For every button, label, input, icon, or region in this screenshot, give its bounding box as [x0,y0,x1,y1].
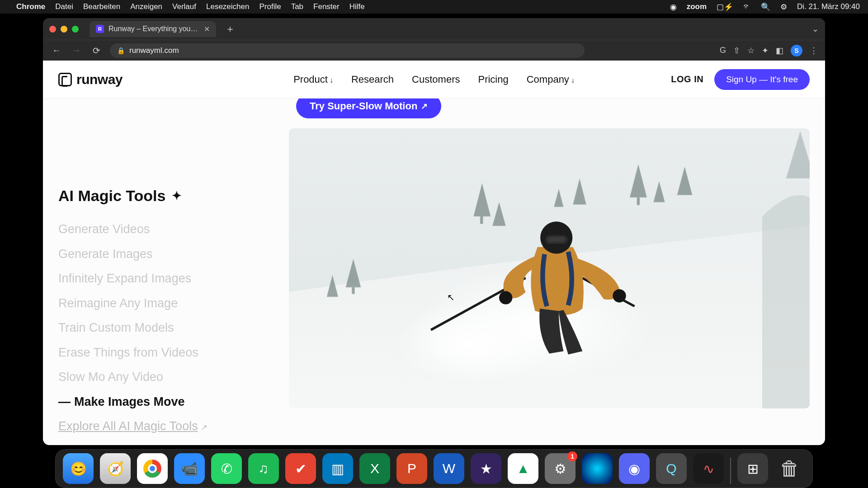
minimize-window-button[interactable] [61,26,67,33]
arrow-up-right-icon: ↗ [201,422,208,434]
dock-app-excel[interactable]: X [359,453,390,484]
tab-favicon: R [96,25,104,33]
explore-all-tools-link[interactable]: Explore All AI Magic Tools↗ [58,417,271,436]
svg-rect-2 [480,216,483,224]
site-header: runway Product↓ Research Customers Prici… [43,61,825,99]
menu-lesezeichen[interactable]: Lesezeichen [206,2,249,11]
share-icon[interactable]: ⇧ [733,46,740,56]
svg-point-5 [393,301,544,387]
zoom-menubar[interactable]: zoom [687,2,707,11]
dock-app-todoist[interactable]: ✔ [285,453,316,484]
fullscreen-window-button[interactable] [72,26,79,33]
address-bar[interactable]: 🔒 runwayml.com [110,43,585,58]
chrome-menu-icon[interactable]: ⋮ [810,46,818,56]
extensions-icon[interactable]: ✦ [762,46,769,56]
dock-app-imovie[interactable]: ★ [471,453,501,484]
battery-icon[interactable]: ▢⚡ [717,2,733,12]
sidepanel-icon[interactable]: ◧ [776,46,783,56]
menubar-clock[interactable]: Di. 21. März 09:40 [797,2,860,11]
tool-train-models[interactable]: Train Custom Models [58,319,271,337]
magic-wand-icon: ✦ [172,189,182,203]
dock-app-quicktime[interactable]: Q [656,453,687,484]
tool-slow-mo[interactable]: Slow Mo Any Video [58,368,271,386]
bookmark-star-icon[interactable]: ☆ [747,46,755,56]
wifi-icon[interactable]: ᯤ [743,2,751,11]
nav-pricing[interactable]: Pricing [478,74,508,85]
chrome-tabstrip: R Runway – Everything you need ✕ ＋ ⌄ [43,18,825,40]
dock-app-trello[interactable]: ▥ [322,453,353,484]
menu-verlauf[interactable]: Verlauf [172,2,196,11]
hero-media: ↖ [289,128,810,436]
sidebar-heading: AI Magic Tools ✦ [58,187,271,205]
nav-customers[interactable]: Customers [412,74,460,85]
dock: 😊 🧭 📹 ✆ ♫ ✔ ▥ X P W ★ ▲ ⚙1 ◉ Q ∿ ⊞ 🗑 [0,448,868,488]
page-content: runway Product↓ Research Customers Prici… [43,61,825,445]
menu-hilfe[interactable]: Hilfe [349,2,365,11]
tool-generate-images[interactable]: Generate Images [58,245,271,263]
profile-avatar[interactable]: S [791,45,802,56]
svg-rect-12 [548,237,565,242]
menu-fenster[interactable]: Fenster [313,2,340,11]
dock-app-powerpoint[interactable]: P [396,453,427,484]
back-button[interactable]: ← [50,45,63,56]
control-center-icon[interactable]: ⚙ [780,2,787,12]
menubar-app-name[interactable]: Chrome [16,2,45,11]
primary-nav: Product↓ Research Customers Pricing Comp… [293,74,575,85]
dock-app-chrome[interactable] [137,453,168,484]
dock-app-safari[interactable]: 🧭 [100,453,131,484]
svg-point-9 [613,289,626,302]
try-pill-label: Try Super-Slow Motion [310,100,417,112]
dock-app-zoom[interactable]: 📹 [174,453,205,484]
dock-trash[interactable]: 🗑 [774,453,805,484]
svg-rect-1 [352,287,354,294]
spotlight-icon[interactable]: 🔍 [761,2,770,12]
browser-tab[interactable]: R Runway – Everything you need ✕ [90,21,216,37]
forward-button[interactable]: → [70,45,83,56]
dock-app-discord[interactable]: ◉ [619,453,650,484]
tab-close-icon[interactable]: ✕ [204,25,210,33]
nav-research[interactable]: Research [351,74,394,85]
dock-app-whatsapp[interactable]: ✆ [211,453,242,484]
window-controls [49,26,79,33]
nav-company[interactable]: Company↓ [527,74,575,85]
dock-app-finder[interactable]: 😊 [63,453,94,484]
lock-icon: 🔒 [117,47,125,54]
menu-profile[interactable]: Profile [259,2,281,11]
chrome-window: R Runway – Everything you need ✕ ＋ ⌄ ← →… [43,18,825,445]
dock-app-word[interactable]: W [434,453,464,484]
reload-button[interactable]: ⟳ [90,45,103,56]
svg-point-8 [499,291,512,304]
tool-erase-from-videos[interactable]: Erase Things from Videos [58,343,271,362]
logo-mark-icon [58,73,72,86]
settings-badge: 1 [567,451,577,461]
dock-app-spotify[interactable]: ♫ [248,453,279,484]
dock-app-siri[interactable] [582,453,613,484]
tool-generate-videos[interactable]: Generate Videos [58,220,271,239]
tool-expand-images[interactable]: Infinitely Expand Images [58,269,271,288]
menu-bearbeiten[interactable]: Bearbeiten [83,2,120,11]
site-logo[interactable]: runway [58,72,123,87]
chevron-down-icon: ↓ [571,76,575,84]
record-icon[interactable]: ◉ [670,2,677,12]
close-window-button[interactable] [49,26,56,33]
dock-app-voicememos[interactable]: ∿ [693,453,724,484]
tab-overflow-icon[interactable]: ⌄ [812,24,819,34]
signup-button[interactable]: Sign Up — It's free [714,69,810,90]
dock-app-drive[interactable]: ▲ [508,453,538,484]
menu-datei[interactable]: Datei [55,2,73,11]
menu-anzeigen[interactable]: Anzeigen [130,2,162,11]
login-link[interactable]: LOG IN [671,74,703,84]
dock-app-settings[interactable]: ⚙1 [545,453,576,484]
tools-sidebar: AI Magic Tools ✦ Generate Videos Generat… [58,128,271,436]
nav-product[interactable]: Product↓ [293,74,333,85]
mac-menubar: Chrome Datei Bearbeiten Anzeigen Verlauf… [0,0,868,14]
tool-reimagine-image[interactable]: Reimagine Any Image [58,294,271,313]
chrome-toolbar: ← → ⟳ 🔒 runwayml.com G ⇧ ☆ ✦ ◧ S ⋮ [43,40,825,61]
tool-make-images-move[interactable]: —Make Images Move [58,393,271,411]
dock-app-calculator[interactable]: ⊞ [737,453,768,484]
url-text: runwayml.com [129,46,179,55]
google-account-icon[interactable]: G [720,46,726,55]
menu-tab[interactable]: Tab [291,2,303,11]
logo-wordmark: runway [76,72,123,87]
new-tab-button[interactable]: ＋ [221,22,240,36]
